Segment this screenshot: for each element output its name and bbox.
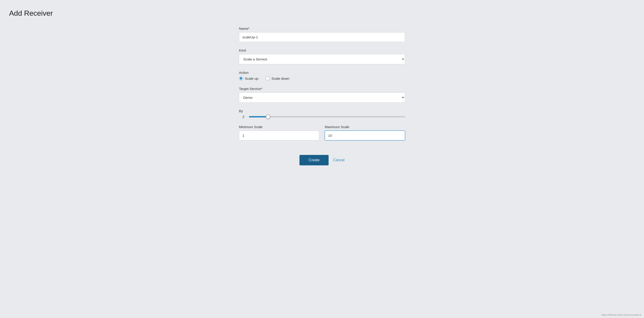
scale-up-label: Scale up xyxy=(245,77,258,80)
slider-container: 2 xyxy=(239,115,405,119)
button-row: Create Cancel xyxy=(239,155,405,165)
min-scale-label: Minimum Scale xyxy=(239,125,319,129)
kind-label: Kind xyxy=(239,48,405,52)
min-scale-input[interactable] xyxy=(239,131,319,140)
max-scale-input[interactable] xyxy=(325,131,405,140)
kind-field-group: Kind Scale a Service xyxy=(239,48,405,64)
cancel-button[interactable]: Cancel xyxy=(333,158,344,162)
slider-value: 2 xyxy=(239,115,244,119)
max-scale-label: Maximum Scale xyxy=(325,125,405,129)
max-scale-field-group: Maximum Scale xyxy=(325,125,405,140)
by-label: By xyxy=(239,109,405,113)
min-scale-field-group: Minimum Scale xyxy=(239,125,319,140)
scale-fields-row: Minimum Scale Maximum Scale xyxy=(239,125,405,147)
scale-up-radio[interactable] xyxy=(239,76,243,80)
target-service-select[interactable]: Demo xyxy=(239,92,405,103)
page-title: Add Receiver xyxy=(9,9,635,17)
action-field-group: Action Scale up Scale down xyxy=(239,71,405,80)
target-service-field-group: Target Service* Demo xyxy=(239,87,405,103)
scale-down-option[interactable]: Scale down xyxy=(266,76,290,80)
create-button[interactable]: Create xyxy=(300,155,328,165)
action-radio-group: Scale up Scale down xyxy=(239,76,405,80)
by-field-group: By 2 xyxy=(239,109,405,119)
action-label: Action xyxy=(239,71,405,74)
target-service-label: Target Service* xyxy=(239,87,405,91)
scale-up-option[interactable]: Scale up xyxy=(239,76,258,80)
name-input[interactable] xyxy=(239,32,405,42)
by-slider[interactable] xyxy=(249,116,405,117)
kind-select[interactable]: Scale a Service xyxy=(239,54,405,64)
name-field-group: Name* xyxy=(239,26,405,42)
scale-down-label: Scale down xyxy=(272,77,290,80)
add-receiver-form: Name* Kind Scale a Service Action Scale … xyxy=(239,26,405,165)
status-bar: https://flannel-ship.net/home/add-al xyxy=(602,314,641,316)
name-label: Name* xyxy=(239,26,405,30)
scale-down-radio[interactable] xyxy=(266,76,270,80)
